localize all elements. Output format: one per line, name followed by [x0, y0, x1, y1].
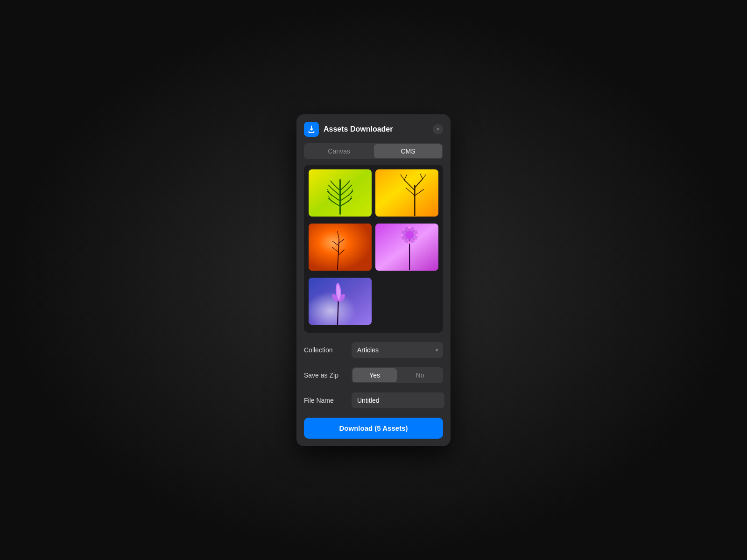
image-thumb-4[interactable]	[375, 224, 438, 271]
assets-downloader-dialog: Assets Downloader × Canvas CMS	[296, 114, 451, 446]
tab-canvas[interactable]: Canvas	[305, 144, 373, 158]
images-grid	[304, 165, 443, 333]
tab-bar: Canvas CMS	[304, 143, 443, 159]
svg-rect-2	[375, 169, 438, 217]
dialog-title: Assets Downloader	[324, 125, 428, 133]
svg-rect-0	[309, 169, 372, 217]
svg-rect-12	[309, 224, 372, 271]
image-2-svg	[375, 169, 438, 217]
file-name-input[interactable]	[352, 392, 444, 408]
collection-select[interactable]: Articles Blog Portfolio Gallery	[352, 342, 443, 358]
image-thumb-2[interactable]	[375, 169, 438, 217]
image-5-svg	[309, 278, 372, 325]
collection-label: Collection	[304, 346, 346, 354]
download-button[interactable]: Download (5 Assets)	[304, 418, 443, 439]
app-icon	[304, 122, 319, 137]
dialog-header: Assets Downloader ×	[296, 114, 451, 143]
zip-toggle-group: Yes No	[352, 367, 443, 383]
svg-point-22	[405, 231, 414, 239]
download-icon	[307, 125, 316, 133]
zip-yes-button[interactable]: Yes	[352, 368, 397, 382]
image-thumb-1[interactable]	[309, 169, 372, 217]
close-button[interactable]: ×	[433, 124, 443, 134]
collection-row: Collection Articles Blog Portfolio Galle…	[296, 337, 451, 363]
file-name-row: File Name	[296, 388, 451, 413]
zip-no-button[interactable]: No	[398, 368, 442, 382]
image-4-svg	[375, 224, 438, 271]
save-as-zip-label: Save as Zip	[304, 371, 346, 379]
image-1-svg	[309, 169, 372, 217]
tab-cms[interactable]: CMS	[374, 144, 442, 158]
file-name-label: File Name	[304, 397, 346, 404]
image-3-svg	[309, 224, 372, 271]
svg-rect-40	[309, 278, 372, 325]
image-thumb-3[interactable]	[309, 224, 372, 271]
collection-select-wrapper: Articles Blog Portfolio Gallery ▾	[352, 342, 443, 358]
image-thumb-5[interactable]	[309, 278, 372, 325]
save-as-zip-row: Save as Zip Yes No	[296, 363, 451, 388]
